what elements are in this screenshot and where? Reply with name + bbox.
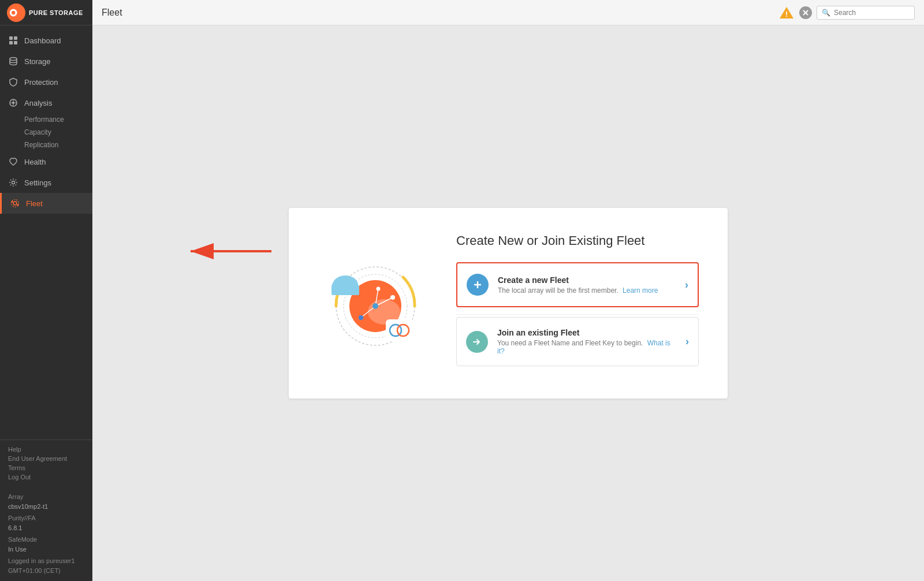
sidebar-label-analysis: Analysis <box>24 99 52 107</box>
join-fleet-option[interactable]: Join an existing Fleet You need a Fleet … <box>456 317 699 366</box>
analysis-icon <box>8 98 18 108</box>
sidebar-item-fleet[interactable]: Fleet <box>0 193 92 214</box>
analysis-sub-items: Performance Capacity Replication <box>0 113 92 151</box>
array-value: cbsv10mp2-t1 <box>8 503 48 510</box>
content-area: Create New or Join Existing Fleet Create… <box>92 25 924 581</box>
sidebar-item-replication[interactable]: Replication <box>24 139 92 151</box>
svg-text:!: ! <box>785 10 788 18</box>
svg-point-7 <box>10 58 17 61</box>
sidebar-item-capacity[interactable]: Capacity <box>24 126 92 139</box>
fleet-card: Create New or Join Existing Fleet Create… <box>289 208 728 398</box>
help-link[interactable]: Help <box>8 445 84 454</box>
create-fleet-desc-text: The local array will be the first member… <box>498 286 619 295</box>
create-fleet-desc: The local array will be the first member… <box>498 286 676 295</box>
svg-rect-3 <box>9 36 13 40</box>
create-fleet-title: Create a new Fleet <box>498 275 676 285</box>
topbar: Fleet ! 🔍 <box>92 0 924 25</box>
sidebar-item-performance[interactable]: Performance <box>24 113 92 126</box>
svg-point-14 <box>12 200 19 207</box>
sidebar-item-analysis[interactable]: Analysis <box>0 92 92 113</box>
health-icon <box>8 157 18 167</box>
sidebar-item-storage[interactable]: Storage <box>0 51 92 72</box>
sidebar-label-protection: Protection <box>24 78 58 87</box>
fleet-illustration <box>318 245 433 361</box>
svg-point-32 <box>377 287 381 291</box>
storage-icon <box>8 56 18 66</box>
search-box[interactable]: 🔍 <box>817 6 915 20</box>
svg-rect-39 <box>331 287 359 295</box>
grid-icon <box>8 35 18 46</box>
logout-link[interactable]: Log Out <box>8 472 84 482</box>
join-fleet-title: Join an existing Fleet <box>497 328 676 337</box>
logged-in-label: Logged in as pureuser1 <box>8 557 75 564</box>
search-icon: 🔍 <box>822 9 830 17</box>
close-button[interactable] <box>799 6 812 19</box>
warning-icon[interactable]: ! <box>778 5 795 21</box>
timezone-value: GMT+01:00 (CET) <box>8 567 61 574</box>
array-label: Array <box>8 493 23 500</box>
app-name: PURE STORAGE <box>29 9 83 16</box>
join-fleet-desc-text: You need a Fleet Name and Fleet Key to b… <box>497 339 643 347</box>
safemode-label: SafeMode <box>8 536 37 543</box>
fleet-card-wrapper: Create New or Join Existing Fleet Create… <box>289 208 728 398</box>
svg-point-16 <box>17 204 19 206</box>
sidebar-label-health: Health <box>24 158 46 166</box>
sidebar-nav: Dashboard Storage Protection Analysis Pe… <box>0 25 92 440</box>
sidebar: PURE STORAGE Dashboard Storage Protectio… <box>0 0 92 581</box>
svg-point-12 <box>12 181 15 184</box>
sidebar-label-dashboard: Dashboard <box>24 36 61 45</box>
create-fleet-chevron: › <box>685 279 688 291</box>
sidebar-label-settings: Settings <box>24 178 51 187</box>
sidebar-item-dashboard[interactable]: Dashboard <box>0 30 92 51</box>
svg-point-13 <box>13 202 17 205</box>
settings-icon <box>8 177 18 188</box>
sidebar-footer-links: Help End User Agreement Terms Log Out <box>0 440 92 486</box>
create-fleet-learn-more[interactable]: Learn more <box>623 286 658 295</box>
fleet-panel-title: Create New or Join Existing Fleet <box>456 233 699 248</box>
logo-area: PURE STORAGE <box>0 0 92 25</box>
create-fleet-option[interactable]: Create a new Fleet The local array will … <box>456 262 699 307</box>
fleet-icon <box>10 198 20 208</box>
svg-point-15 <box>12 201 13 203</box>
safemode-value: In Use <box>8 546 27 553</box>
options-divider <box>456 314 699 315</box>
svg-point-2 <box>12 10 15 14</box>
eua-link[interactable]: End User Agreement <box>8 454 84 463</box>
sidebar-label-storage: Storage <box>24 57 51 66</box>
array-info: Array cbsv10mp2-t1 Purity//FA 6.8.1 Safe… <box>0 486 92 581</box>
sidebar-item-protection[interactable]: Protection <box>0 72 92 92</box>
fleet-svg-illustration <box>318 245 433 361</box>
main-area: Fleet ! 🔍 <box>92 0 924 581</box>
purity-value: 6.8.1 <box>8 524 22 531</box>
sidebar-item-health[interactable]: Health <box>0 151 92 172</box>
sidebar-item-settings[interactable]: Settings <box>0 172 92 193</box>
svg-rect-4 <box>14 36 17 40</box>
svg-rect-5 <box>9 41 13 44</box>
terms-link[interactable]: Terms <box>8 463 84 472</box>
create-fleet-text: Create a new Fleet The local array will … <box>498 275 676 295</box>
svg-point-29 <box>372 303 378 309</box>
topbar-right: ! 🔍 <box>778 5 915 21</box>
join-fleet-text: Join an existing Fleet You need a Fleet … <box>497 328 676 355</box>
svg-point-31 <box>390 295 395 300</box>
join-fleet-desc: You need a Fleet Name and Fleet Key to b… <box>497 339 676 355</box>
arrow-annotation <box>185 234 277 271</box>
page-title: Fleet <box>102 8 122 18</box>
join-fleet-icon <box>466 331 488 353</box>
shield-icon <box>8 77 18 87</box>
svg-rect-6 <box>14 41 17 44</box>
purity-label: Purity//FA <box>8 515 36 522</box>
svg-point-40 <box>359 315 363 320</box>
search-input[interactable] <box>834 9 910 17</box>
purestorage-logo <box>7 3 25 22</box>
join-fleet-chevron: › <box>685 336 689 348</box>
fleet-options: Create New or Join Existing Fleet Create… <box>456 233 699 373</box>
sidebar-label-fleet: Fleet <box>26 199 43 208</box>
create-fleet-icon <box>467 274 489 296</box>
